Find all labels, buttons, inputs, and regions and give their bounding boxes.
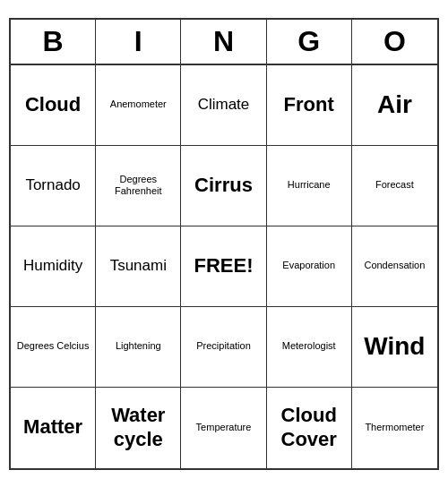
bingo-grid: CloudAnemometerClimateFrontAirTornadoDeg…	[11, 65, 437, 468]
cell-text: Thermometer	[365, 422, 424, 433]
cell-text: Climate	[198, 96, 250, 114]
bingo-cell: Evaporation	[267, 226, 352, 307]
bingo-header: BINGO	[11, 20, 437, 65]
bingo-cell: Degrees Celcius	[11, 307, 96, 388]
cell-text: Precipitation	[196, 340, 251, 352]
cell-text: Matter	[23, 415, 82, 439]
bingo-cell: Climate	[181, 65, 266, 146]
bingo-cell: Temperature	[181, 388, 266, 468]
header-letter: I	[96, 20, 181, 64]
cell-text: Meterologist	[282, 340, 336, 352]
cell-text: Wind	[364, 331, 425, 362]
bingo-cell: Degrees Fahrenheit	[96, 146, 181, 226]
bingo-cell: Water cycle	[96, 388, 181, 468]
bingo-cell: Matter	[11, 388, 96, 468]
cell-text: Cloud	[25, 93, 81, 116]
bingo-cell: Cloud	[11, 65, 96, 146]
header-letter: O	[352, 20, 437, 64]
bingo-cell: Condensation	[352, 226, 437, 307]
header-letter: B	[11, 20, 96, 64]
bingo-cell: Meterologist	[267, 307, 352, 388]
bingo-cell: Hurricane	[267, 146, 352, 226]
cell-text: Water cycle	[99, 404, 177, 451]
bingo-cell: Air	[352, 65, 437, 146]
cell-text: Tornado	[25, 176, 80, 194]
bingo-cell: FREE!	[181, 226, 266, 307]
bingo-cell: Cirrus	[181, 146, 266, 226]
bingo-cell: Thermometer	[352, 388, 437, 468]
bingo-cell: Precipitation	[181, 307, 266, 388]
bingo-cell: Tsunami	[96, 226, 181, 307]
cell-text: Hurricane	[288, 179, 331, 191]
bingo-cell: Cloud Cover	[267, 388, 352, 468]
cell-text: Degrees Fahrenheit	[99, 174, 177, 197]
cell-text: Degrees Celcius	[17, 340, 90, 352]
bingo-cell: Forecast	[352, 146, 437, 226]
bingo-cell: Anemometer	[96, 65, 181, 146]
bingo-cell: Wind	[352, 307, 437, 388]
header-letter: G	[267, 20, 352, 64]
cell-text: Condensation	[364, 260, 425, 271]
cell-text: Anemometer	[110, 98, 167, 110]
cell-text: FREE!	[194, 254, 253, 278]
bingo-cell: Front	[267, 65, 352, 146]
cell-text: Temperature	[196, 422, 252, 433]
cell-text: Cloud Cover	[271, 404, 348, 451]
bingo-cell: Lightening	[96, 307, 181, 388]
bingo-card: BINGO CloudAnemometerClimateFrontAirTorn…	[9, 18, 439, 470]
header-letter: N	[181, 20, 266, 64]
cell-text: Humidity	[23, 257, 82, 275]
cell-text: Evaporation	[282, 260, 335, 271]
cell-text: Front	[284, 93, 334, 116]
cell-text: Forecast	[375, 179, 414, 191]
cell-text: Lightening	[116, 340, 161, 352]
bingo-cell: Humidity	[11, 226, 96, 307]
cell-text: Cirrus	[194, 174, 253, 197]
cell-text: Air	[377, 90, 412, 120]
bingo-cell: Tornado	[11, 146, 96, 226]
cell-text: Tsunami	[110, 257, 167, 275]
